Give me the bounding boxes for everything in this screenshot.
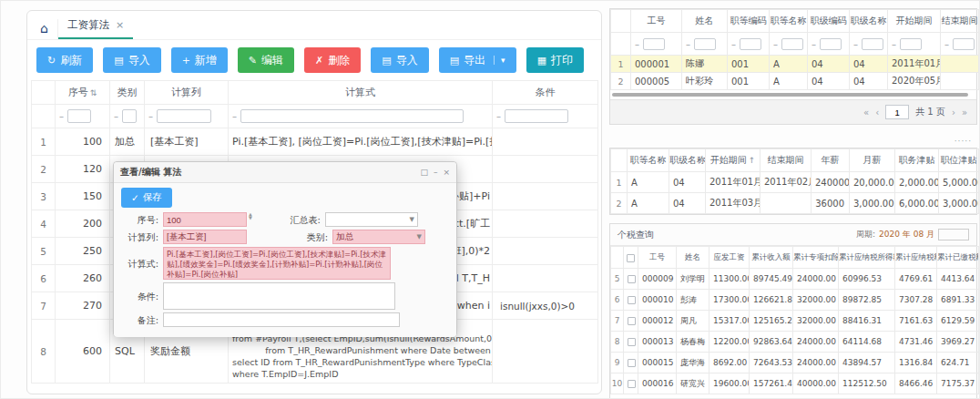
select-all-checkbox[interactable] [627, 254, 635, 262]
header-累计收入额[interactable]: 累计收入额 [750, 247, 793, 269]
prev-page-icon[interactable]: ‹ [875, 107, 879, 118]
header-累计专项扣除[interactable]: 累计专项扣除 [793, 247, 839, 269]
horizontal-scrollbar[interactable] [612, 93, 968, 97]
filter-operator[interactable]: – [686, 39, 690, 49]
grade-row[interactable]: 1000001陈娜001A04042011年01月 [611, 56, 979, 73]
stepper-icon[interactable]: ▲▼ [249, 212, 252, 220]
tab-salary-algorithm[interactable]: 工资算法 × [58, 15, 133, 39]
row-checkbox[interactable] [628, 317, 636, 325]
filter-operator[interactable]: – [731, 39, 736, 49]
header-累计应纳税额[interactable]: 累计应纳税额 [895, 247, 937, 269]
order-input[interactable] [163, 212, 247, 227]
header-结束期间[interactable]: 结束期间 [761, 149, 812, 172]
formula-textarea[interactable]: Pi.[基本工资],[岗位工资]=Pi.[岗位工资],[技术津贴]=Pi.[技术… [163, 247, 391, 280]
filter-operator[interactable]: – [773, 39, 778, 49]
filter-operator[interactable]: – [892, 39, 896, 49]
column-input[interactable] [163, 230, 247, 244]
grade-row[interactable]: 2000005叶彩玲001A04042020年05月 [611, 73, 979, 90]
header-类别[interactable]: 类别 [110, 81, 145, 105]
row-checkbox[interactable] [628, 359, 636, 367]
sort-asc-icon[interactable]: ↑ [749, 156, 756, 165]
toolbar-button-refresh[interactable]: ↻刷新 [36, 47, 93, 73]
filter-input-职级名称[interactable] [862, 38, 883, 50]
filter-input-职等编码[interactable] [740, 38, 761, 50]
minimize-icon[interactable]: – [434, 168, 438, 177]
toolbar-button-add[interactable]: +新增 [171, 47, 228, 73]
header-计算式[interactable]: 计算式 [229, 81, 493, 105]
save-button[interactable]: ✓ 保存 [121, 188, 172, 208]
filter-input-条件[interactable] [505, 109, 568, 123]
header-累计已缴税额[interactable]: 累计已缴税额 [937, 247, 979, 269]
filter-operator[interactable]: – [853, 39, 858, 49]
toolbar-button-export[interactable]: ▤导出▾ [439, 47, 516, 73]
filter-operator[interactable]: – [114, 111, 118, 121]
header-职级编码[interactable]: 职级编码 [808, 10, 850, 33]
header-年薪[interactable]: 年薪 [812, 149, 850, 172]
algorithm-row[interactable]: 1100加总[基本工资]Pi.[基本工资], [岗位工资]=Pi.[岗位工资],… [32, 128, 598, 156]
filter-operator[interactable]: – [496, 111, 501, 121]
first-page-icon[interactable]: « [863, 107, 869, 118]
header-计算列[interactable]: 计算列 [145, 81, 229, 105]
header-条件[interactable]: 条件 [493, 81, 598, 105]
row-checkbox[interactable] [628, 338, 636, 346]
tax-row[interactable]: 9000015庞华海8692.0072643.5324000.0043894.5… [611, 353, 979, 373]
filter-input-工号[interactable] [643, 38, 665, 50]
remark-input[interactable] [163, 312, 400, 327]
salary-row[interactable]: 2A042011年03月360003,000.006,000.003,000.0… [611, 193, 979, 214]
splitter-handle[interactable]: ····· [954, 137, 972, 146]
header-职等名称[interactable]: 职等名称 [628, 149, 669, 172]
salary-row[interactable]: 1A042011年01月2011年02月24000020,000.002,000… [611, 172, 979, 193]
last-page-icon[interactable]: » [962, 107, 967, 118]
filter-input-序号[interactable] [67, 109, 91, 123]
filter-input-类别[interactable] [122, 109, 137, 123]
maximize-icon[interactable]: □ [420, 168, 428, 177]
filter-input-职等名称[interactable] [781, 38, 803, 50]
summary-select[interactable]: ▼ [325, 212, 418, 227]
header-姓名[interactable]: 姓名 [682, 10, 728, 33]
filter-operator[interactable]: – [148, 111, 153, 121]
type-select[interactable]: 加总 ▼ [332, 230, 425, 244]
filter-operator[interactable]: – [944, 39, 949, 49]
filter-input-结束期间[interactable] [953, 38, 975, 50]
row-checkbox[interactable] [628, 380, 636, 388]
toolbar-button-print[interactable]: ▦打印 [526, 47, 584, 73]
toolbar-button-edit[interactable]: ✎编辑 [238, 47, 294, 73]
header-职级名称[interactable]: 职级名称 [669, 149, 706, 172]
filter-input-开始期间[interactable] [900, 38, 922, 50]
toolbar-button-delete[interactable]: ✗删除 [304, 47, 361, 73]
header-累计应纳税所得额[interactable]: 累计应纳税所得额 [839, 247, 895, 269]
header-职务津贴[interactable]: 职务津贴 [895, 149, 939, 172]
toolbar-button-import[interactable]: ▤导入 [103, 47, 160, 73]
period-input[interactable] [938, 229, 969, 240]
header-结束期间[interactable]: 结束期间 [941, 10, 979, 33]
header-工号[interactable]: 工号 [631, 10, 682, 33]
header-月薪[interactable]: 月薪 [850, 149, 895, 172]
header-职级名称[interactable]: 职级名称 [850, 10, 888, 33]
filter-input-计算列[interactable] [157, 109, 211, 123]
header-职等编码[interactable]: 职等编码 [728, 10, 770, 33]
filter-input-职级编码[interactable] [820, 38, 842, 50]
header-应发工资[interactable]: 应发工资 [709, 247, 750, 269]
header-工号[interactable]: 工号 [638, 247, 677, 269]
sort-icon[interactable]: ⇅ [90, 88, 97, 97]
condition-textarea[interactable] [163, 282, 395, 310]
tax-row[interactable]: 6000010彭涛17300.00126621.8132000.0089872.… [611, 290, 979, 311]
row-checkbox[interactable] [628, 296, 636, 304]
filter-input-计算式[interactable] [240, 109, 464, 123]
header-开始期间[interactable]: 开始期间 [888, 10, 941, 33]
header-开始期间[interactable]: 开始期间↑ [706, 149, 761, 172]
home-tab[interactable]: ⌂ [29, 19, 58, 39]
tax-row[interactable]: 10000016研宽兴19600.00157261.4240000.001125… [611, 373, 979, 394]
filter-operator[interactable]: – [812, 39, 816, 49]
header-职位津贴[interactable]: 职位津贴 [939, 149, 979, 172]
filter-operator[interactable]: – [232, 111, 237, 121]
toolbar-button-import-2[interactable]: ▤导入 [371, 47, 428, 73]
close-icon[interactable]: × [443, 168, 450, 177]
tax-row[interactable]: 7000012周凡15317.00125165.2732000.0088416.… [611, 311, 979, 332]
page-input[interactable] [885, 105, 909, 119]
header-职等名称[interactable]: 职等名称 [770, 10, 808, 33]
filter-input-姓名[interactable] [694, 38, 716, 50]
next-page-icon[interactable]: › [952, 107, 955, 118]
header-姓名[interactable]: 姓名 [677, 247, 709, 269]
tax-row[interactable]: 8000013杨春梅12200.0092863.6424000.0064114.… [611, 332, 979, 353]
